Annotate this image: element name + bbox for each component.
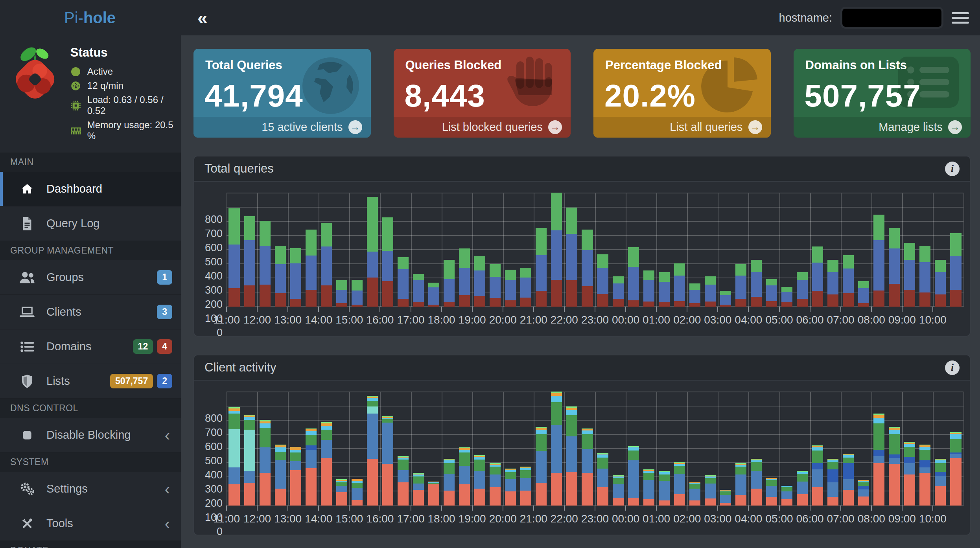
stacked-bar[interactable]: [367, 197, 378, 307]
stacked-bar[interactable]: [551, 392, 562, 506]
stacked-bar[interactable]: [536, 427, 547, 506]
stacked-bar[interactable]: [735, 463, 746, 506]
stacked-bar[interactable]: [935, 260, 946, 307]
stacked-bar[interactable]: [797, 471, 808, 506]
stacked-bar[interactable]: [505, 469, 516, 506]
chart-plot-area[interactable]: [227, 392, 963, 506]
card-link-blocked-queries[interactable]: List blocked queries →: [394, 117, 571, 138]
card-link-manage-lists[interactable]: Manage lists →: [794, 117, 971, 138]
sidebar-item-lists[interactable]: Lists507,7572: [0, 364, 181, 399]
stacked-bar[interactable]: [781, 486, 792, 506]
stacked-bar[interactable]: [367, 396, 378, 506]
stacked-bar[interactable]: [613, 475, 624, 506]
sidebar-item-disable-blocking[interactable]: Disable Blocking‹: [0, 418, 181, 452]
stacked-bar[interactable]: [428, 482, 439, 506]
stacked-bar[interactable]: [628, 247, 639, 307]
stacked-bar[interactable]: [705, 276, 716, 307]
stacked-bar[interactable]: [398, 456, 409, 506]
stacked-bar[interactable]: [520, 467, 531, 506]
stacked-bar[interactable]: [398, 257, 409, 307]
sidebar-item-domains[interactable]: Domains124: [0, 329, 181, 364]
stacked-bar[interactable]: [720, 490, 731, 506]
sidebar-collapse-icon[interactable]: «: [197, 9, 208, 27]
stacked-bar[interactable]: [536, 228, 547, 307]
stacked-bar[interactable]: [459, 447, 470, 506]
stacked-bar[interactable]: [766, 279, 777, 307]
stacked-bar[interactable]: [843, 454, 854, 506]
stacked-bar[interactable]: [950, 233, 961, 307]
stacked-bar[interactable]: [766, 478, 777, 506]
stacked-bar[interactable]: [613, 276, 624, 307]
brand-logo[interactable]: Pi-hole: [0, 9, 181, 27]
stacked-bar[interactable]: [474, 455, 485, 506]
stacked-bar[interactable]: [444, 260, 455, 307]
stacked-bar[interactable]: [812, 246, 823, 307]
stacked-bar[interactable]: [628, 446, 639, 506]
stacked-bar[interactable]: [889, 427, 900, 506]
stacked-bar[interactable]: [520, 268, 531, 307]
sidebar-item-groups[interactable]: Groups1: [0, 260, 181, 295]
sidebar-item-clients[interactable]: Clients3: [0, 295, 181, 329]
stacked-bar[interactable]: [659, 272, 670, 307]
stacked-bar[interactable]: [904, 243, 915, 307]
stacked-bar[interactable]: [275, 445, 286, 506]
stacked-bar[interactable]: [228, 407, 239, 506]
hamburger-menu-icon[interactable]: [952, 11, 969, 25]
stacked-bar[interactable]: [459, 248, 470, 307]
stacked-bar[interactable]: [413, 473, 424, 506]
info-icon[interactable]: i: [945, 360, 960, 375]
stacked-bar[interactable]: [735, 264, 746, 307]
stacked-bar[interactable]: [720, 291, 731, 307]
stacked-bar[interactable]: [260, 221, 271, 307]
stacked-bar[interactable]: [413, 274, 424, 307]
sidebar-item-query-log[interactable]: Query Log: [0, 206, 181, 241]
stacked-bar[interactable]: [827, 260, 838, 307]
stacked-bar[interactable]: [321, 223, 332, 307]
stacked-bar[interactable]: [827, 459, 838, 506]
stacked-bar[interactable]: [950, 432, 961, 506]
stacked-bar[interactable]: [352, 280, 363, 307]
stacked-bar[interactable]: [643, 270, 654, 307]
stacked-bar[interactable]: [705, 475, 716, 506]
stacked-bar[interactable]: [336, 280, 347, 307]
stacked-bar[interactable]: [689, 283, 700, 307]
stacked-bar[interactable]: [659, 471, 670, 506]
stacked-bar[interactable]: [597, 453, 608, 506]
stacked-bar[interactable]: [935, 459, 946, 506]
stacked-bar[interactable]: [290, 248, 301, 307]
stacked-bar[interactable]: [781, 287, 792, 307]
stacked-bar[interactable]: [444, 459, 455, 506]
stacked-bar[interactable]: [306, 230, 317, 307]
stacked-bar[interactable]: [382, 416, 393, 506]
stacked-bar[interactable]: [919, 246, 930, 307]
stacked-bar[interactable]: [674, 263, 685, 307]
stacked-bar[interactable]: [551, 193, 562, 307]
sidebar-item-settings[interactable]: Settings‹: [0, 472, 181, 506]
stacked-bar[interactable]: [689, 482, 700, 506]
stacked-bar[interactable]: [582, 230, 593, 307]
stacked-bar[interactable]: [873, 215, 884, 307]
stacked-bar[interactable]: [873, 414, 884, 506]
stacked-bar[interactable]: [858, 480, 869, 506]
stacked-bar[interactable]: [336, 479, 347, 506]
card-link-all-queries[interactable]: List all queries →: [593, 117, 771, 138]
stacked-bar[interactable]: [490, 264, 501, 307]
chart-plot-area[interactable]: [227, 193, 963, 307]
sidebar-item-tools[interactable]: Tools‹: [0, 506, 181, 541]
stacked-bar[interactable]: [582, 428, 593, 506]
sidebar-item-dashboard[interactable]: Dashboard: [0, 172, 181, 206]
stacked-bar[interactable]: [751, 260, 762, 307]
stacked-bar[interactable]: [228, 208, 239, 307]
stacked-bar[interactable]: [260, 420, 271, 506]
stacked-bar[interactable]: [889, 228, 900, 307]
stacked-bar[interactable]: [275, 246, 286, 307]
stacked-bar[interactable]: [244, 415, 255, 506]
stacked-bar[interactable]: [858, 281, 869, 307]
stacked-bar[interactable]: [566, 406, 577, 506]
stacked-bar[interactable]: [674, 462, 685, 506]
stacked-bar[interactable]: [244, 216, 255, 307]
stacked-bar[interactable]: [490, 463, 501, 506]
stacked-bar[interactable]: [382, 217, 393, 307]
stacked-bar[interactable]: [812, 445, 823, 506]
stacked-bar[interactable]: [751, 459, 762, 506]
